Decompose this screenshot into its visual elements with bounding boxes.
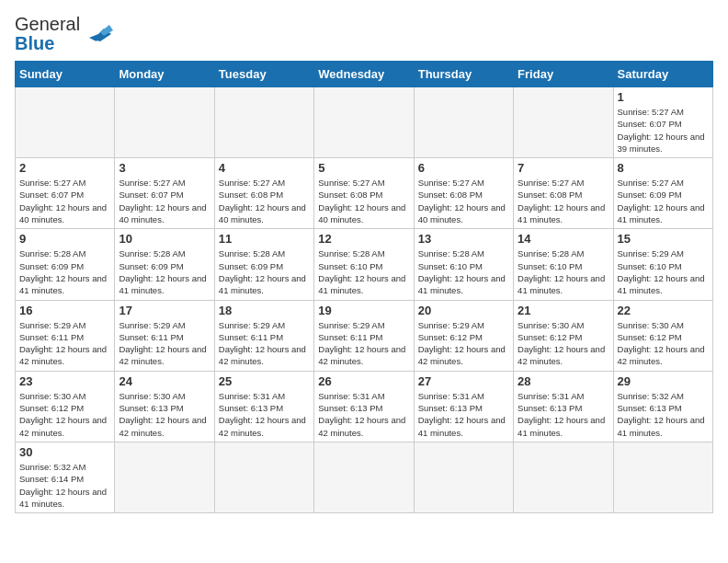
calendar-day-cell: 19Sunrise: 5:29 AM Sunset: 6:11 PM Dayli… xyxy=(314,300,414,371)
day-info: Sunrise: 5:30 AM Sunset: 6:12 PM Dayligh… xyxy=(518,319,609,368)
day-number: 21 xyxy=(518,304,609,317)
day-number: 18 xyxy=(219,304,310,317)
day-number: 26 xyxy=(318,374,409,388)
logo-text: GeneralBlue xyxy=(15,14,80,53)
calendar-day-cell: 18Sunrise: 5:29 AM Sunset: 6:11 PM Dayli… xyxy=(214,300,313,371)
day-number: 17 xyxy=(119,304,210,317)
day-number: 13 xyxy=(418,232,509,246)
calendar-day-cell: 24Sunrise: 5:30 AM Sunset: 6:13 PM Dayli… xyxy=(115,371,214,442)
calendar-day-cell: 16Sunrise: 5:29 AM Sunset: 6:11 PM Dayli… xyxy=(16,300,115,371)
calendar-week-row: 1Sunrise: 5:27 AM Sunset: 6:07 PM Daylig… xyxy=(16,87,713,158)
day-info: Sunrise: 5:31 AM Sunset: 6:13 PM Dayligh… xyxy=(418,390,509,439)
calendar-day-cell xyxy=(514,87,613,158)
day-info: Sunrise: 5:32 AM Sunset: 6:13 PM Dayligh… xyxy=(618,390,709,439)
day-info: Sunrise: 5:29 AM Sunset: 6:11 PM Dayligh… xyxy=(219,319,310,368)
calendar-day-cell: 14Sunrise: 5:28 AM Sunset: 6:10 PM Dayli… xyxy=(514,229,613,300)
day-info: Sunrise: 5:29 AM Sunset: 6:12 PM Dayligh… xyxy=(418,319,509,368)
calendar-day-cell xyxy=(115,442,214,512)
day-info: Sunrise: 5:28 AM Sunset: 6:10 PM Dayligh… xyxy=(518,247,609,296)
calendar-day-cell: 3Sunrise: 5:27 AM Sunset: 6:07 PM Daylig… xyxy=(115,158,214,229)
calendar-day-cell: 27Sunrise: 5:31 AM Sunset: 6:13 PM Dayli… xyxy=(414,371,513,442)
calendar-day-cell xyxy=(314,442,414,512)
calendar-day-cell: 30Sunrise: 5:32 AM Sunset: 6:14 PM Dayli… xyxy=(16,442,115,512)
day-number: 27 xyxy=(418,374,509,388)
day-info: Sunrise: 5:30 AM Sunset: 6:13 PM Dayligh… xyxy=(119,390,210,439)
day-number: 29 xyxy=(618,374,709,388)
day-number: 24 xyxy=(119,374,210,388)
calendar-day-cell xyxy=(613,442,712,512)
calendar-day-cell: 2Sunrise: 5:27 AM Sunset: 6:07 PM Daylig… xyxy=(16,158,115,229)
calendar-day-cell: 9Sunrise: 5:28 AM Sunset: 6:09 PM Daylig… xyxy=(16,229,115,300)
calendar-day-cell: 10Sunrise: 5:28 AM Sunset: 6:09 PM Dayli… xyxy=(115,229,214,300)
day-number: 7 xyxy=(518,161,609,175)
day-info: Sunrise: 5:30 AM Sunset: 6:12 PM Dayligh… xyxy=(618,319,709,368)
day-info: Sunrise: 5:29 AM Sunset: 6:11 PM Dayligh… xyxy=(119,319,210,368)
day-info: Sunrise: 5:28 AM Sunset: 6:09 PM Dayligh… xyxy=(19,247,110,296)
calendar-day-cell: 23Sunrise: 5:30 AM Sunset: 6:12 PM Dayli… xyxy=(16,371,115,442)
header: GeneralBlue xyxy=(15,15,713,53)
calendar-day-cell: 22Sunrise: 5:30 AM Sunset: 6:12 PM Dayli… xyxy=(613,300,712,371)
day-header-thursday: Thursday xyxy=(414,62,513,87)
day-info: Sunrise: 5:29 AM Sunset: 6:10 PM Dayligh… xyxy=(618,247,709,296)
day-number: 14 xyxy=(518,232,609,246)
calendar-day-cell xyxy=(115,87,214,158)
calendar-header-row: SundayMondayTuesdayWednesdayThursdayFrid… xyxy=(16,62,713,87)
day-number: 19 xyxy=(318,304,409,317)
calendar-day-cell: 20Sunrise: 5:29 AM Sunset: 6:12 PM Dayli… xyxy=(414,300,513,371)
calendar-day-cell: 26Sunrise: 5:31 AM Sunset: 6:13 PM Dayli… xyxy=(314,371,414,442)
day-number: 8 xyxy=(618,161,709,175)
calendar-day-cell xyxy=(514,442,613,512)
calendar-day-cell: 21Sunrise: 5:30 AM Sunset: 6:12 PM Dayli… xyxy=(514,300,613,371)
calendar-day-cell: 7Sunrise: 5:27 AM Sunset: 6:08 PM Daylig… xyxy=(514,158,613,229)
day-number: 6 xyxy=(418,161,509,175)
calendar-day-cell: 25Sunrise: 5:31 AM Sunset: 6:13 PM Dayli… xyxy=(214,371,313,442)
day-info: Sunrise: 5:32 AM Sunset: 6:14 PM Dayligh… xyxy=(19,461,110,510)
calendar-table: SundayMondayTuesdayWednesdayThursdayFrid… xyxy=(15,61,713,513)
calendar-week-row: 30Sunrise: 5:32 AM Sunset: 6:14 PM Dayli… xyxy=(16,442,713,512)
day-info: Sunrise: 5:27 AM Sunset: 6:08 PM Dayligh… xyxy=(418,177,509,225)
day-number: 5 xyxy=(318,161,409,175)
calendar-day-cell xyxy=(214,87,313,158)
day-info: Sunrise: 5:27 AM Sunset: 6:07 PM Dayligh… xyxy=(618,106,709,155)
calendar-day-cell: 5Sunrise: 5:27 AM Sunset: 6:08 PM Daylig… xyxy=(314,158,414,229)
day-number: 9 xyxy=(19,232,110,246)
day-number: 15 xyxy=(618,232,709,246)
calendar-day-cell: 4Sunrise: 5:27 AM Sunset: 6:08 PM Daylig… xyxy=(214,158,313,229)
calendar-day-cell xyxy=(214,442,313,512)
day-number: 20 xyxy=(418,304,509,317)
day-info: Sunrise: 5:27 AM Sunset: 6:08 PM Dayligh… xyxy=(518,177,609,225)
day-header-saturday: Saturday xyxy=(613,62,712,87)
logo-icon xyxy=(85,21,115,47)
day-number: 22 xyxy=(618,304,709,317)
day-number: 10 xyxy=(119,232,210,246)
day-number: 11 xyxy=(219,232,310,246)
day-info: Sunrise: 5:31 AM Sunset: 6:13 PM Dayligh… xyxy=(318,390,409,439)
day-info: Sunrise: 5:27 AM Sunset: 6:08 PM Dayligh… xyxy=(219,177,310,225)
day-number: 28 xyxy=(518,374,609,388)
day-number: 12 xyxy=(318,232,409,246)
day-number: 23 xyxy=(19,374,110,388)
calendar-day-cell: 28Sunrise: 5:31 AM Sunset: 6:13 PM Dayli… xyxy=(514,371,613,442)
day-info: Sunrise: 5:27 AM Sunset: 6:09 PM Dayligh… xyxy=(618,177,709,225)
day-info: Sunrise: 5:27 AM Sunset: 6:07 PM Dayligh… xyxy=(19,177,110,225)
calendar-day-cell: 29Sunrise: 5:32 AM Sunset: 6:13 PM Dayli… xyxy=(613,371,712,442)
day-info: Sunrise: 5:28 AM Sunset: 6:10 PM Dayligh… xyxy=(418,247,509,296)
day-info: Sunrise: 5:30 AM Sunset: 6:12 PM Dayligh… xyxy=(19,390,110,439)
logo: GeneralBlue xyxy=(15,15,115,53)
day-info: Sunrise: 5:28 AM Sunset: 6:09 PM Dayligh… xyxy=(119,247,210,296)
day-number: 3 xyxy=(119,161,210,175)
day-info: Sunrise: 5:31 AM Sunset: 6:13 PM Dayligh… xyxy=(518,390,609,439)
day-number: 2 xyxy=(19,161,110,175)
calendar-day-cell: 15Sunrise: 5:29 AM Sunset: 6:10 PM Dayli… xyxy=(613,229,712,300)
day-number: 4 xyxy=(219,161,310,175)
day-number: 25 xyxy=(219,374,310,388)
calendar-week-row: 2Sunrise: 5:27 AM Sunset: 6:07 PM Daylig… xyxy=(16,158,713,229)
calendar-day-cell: 8Sunrise: 5:27 AM Sunset: 6:09 PM Daylig… xyxy=(613,158,712,229)
day-info: Sunrise: 5:29 AM Sunset: 6:11 PM Dayligh… xyxy=(318,319,409,368)
day-info: Sunrise: 5:31 AM Sunset: 6:13 PM Dayligh… xyxy=(219,390,310,439)
day-number: 1 xyxy=(618,90,709,104)
day-info: Sunrise: 5:29 AM Sunset: 6:11 PM Dayligh… xyxy=(19,319,110,368)
day-header-tuesday: Tuesday xyxy=(214,62,313,87)
calendar-day-cell xyxy=(314,87,414,158)
calendar-day-cell xyxy=(414,87,513,158)
